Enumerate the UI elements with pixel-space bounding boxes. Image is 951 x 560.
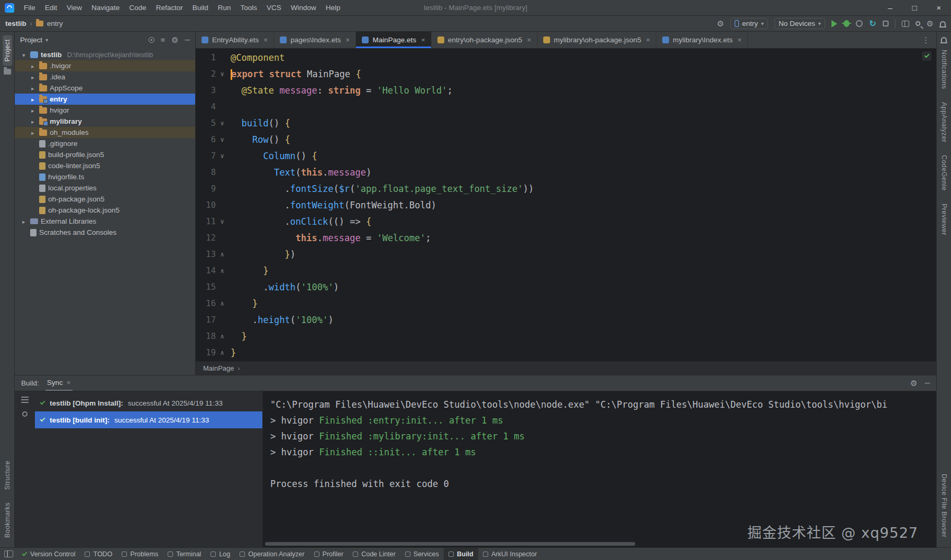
tree-item-hvigor[interactable]: ▸hvigor [15,105,195,116]
locate-file-icon[interactable] [149,37,154,43]
fold-marker-icon[interactable]: ∧ [216,296,228,312]
run-button[interactable] [831,20,837,27]
tree-item-scratches-and-consoles[interactable]: Scratches and Consoles [15,227,195,238]
fold-marker-icon[interactable]: ∧ [216,328,228,345]
filter-icon[interactable] [21,397,29,403]
tab-mylibrary-index-ets[interactable]: mylibrary\Index.ets× [656,32,748,48]
code-text[interactable]: @Component [231,50,285,66]
fold-marker-icon[interactable]: ∨ [216,115,228,132]
tree-item-mylibrary[interactable]: ▸mylibrary [15,116,195,127]
tab-entry-oh-package-json5[interactable]: entry\oh-package.json5× [432,32,537,48]
tree-item-testlib[interactable]: ▾testlibD:\hmsproject\kejianh\testlib [15,49,195,60]
sync-project-button[interactable]: ↻ [869,20,876,28]
fold-marker-icon[interactable]: ∧ [216,246,228,263]
menu-refactor[interactable]: Refactor [151,0,188,15]
chevron-right-icon[interactable]: ▸ [29,107,36,114]
inspection-status-widget[interactable] [922,51,931,61]
hide-panel-icon[interactable]: ─ [925,379,930,387]
debug-button[interactable] [844,20,849,27]
status-build[interactable]: Build [444,548,478,560]
breadcrumb-project[interactable]: testlib [5,20,26,27]
code-text[interactable]: @State message: string = 'Hello World'; [231,82,453,99]
code-text[interactable]: this.message = 'Welcome'; [231,230,431,246]
gear-icon[interactable]: ⚙ [717,20,724,27]
build-task[interactable]: testlib [build init]: successful At 2025… [35,411,262,428]
status-todo[interactable]: TODO [80,548,117,560]
pin-icon[interactable] [22,411,28,417]
hide-panel-icon[interactable]: ─ [185,36,190,44]
status-version-control[interactable]: Version Control [17,548,80,560]
notifications-bell-icon[interactable] [940,21,946,26]
status-code-linter[interactable]: Code Linter [348,548,400,560]
status-problems[interactable]: Problems [117,548,163,560]
close-tab-icon[interactable]: × [737,36,742,44]
code-text[interactable]: .height('100%') [231,312,334,328]
tool-tab-device-file-browser[interactable]: Device File Browser [939,470,949,542]
tool-tab-notifications[interactable]: Notifications [939,45,949,94]
tree-item-oh-package-lock-json5[interactable]: oh-package-lock.json5 [15,205,195,216]
close-tab-icon[interactable]: × [646,36,650,44]
menu-tools[interactable]: Tools [235,0,262,15]
stop-button[interactable] [883,21,889,26]
device-select[interactable]: No Devices ▾ [774,18,825,29]
code-text[interactable]: .fontSize($r('app.float.page_text_font_s… [231,181,534,197]
chevron-right-icon[interactable]: ▸ [29,130,36,136]
menu-window[interactable]: Window [286,0,321,15]
close-tab-icon[interactable]: × [346,36,350,44]
menu-edit[interactable]: Edit [40,0,62,15]
menu-file[interactable]: File [19,0,40,15]
tool-tab-project[interactable]: Project [3,35,12,66]
tab-pages-index-ets[interactable]: pages\Index.ets× [274,32,356,48]
panel-settings-gear-icon[interactable]: ⚙ [171,36,178,44]
code-text[interactable]: .onClick(() => { [231,214,371,230]
menu-vcs[interactable]: VCS [262,0,286,15]
code-text[interactable]: }) [231,246,296,263]
code-text[interactable]: } [231,296,258,312]
notifications-bell-icon[interactable] [941,37,947,42]
tab-mylibrary-oh-package-json5[interactable]: mylibrary\oh-package.json5× [537,32,656,48]
tool-window-widget-icon[interactable] [4,550,13,557]
minimize-button[interactable]: – [878,0,902,15]
fold-marker-icon[interactable]: ∧ [216,345,228,361]
tree-item-external-libraries[interactable]: ▸External Libraries [15,216,195,227]
tree-item-local-properties[interactable]: local.properties [15,182,195,194]
tool-tab-appanalyzer[interactable]: AppAnalyzer [939,98,949,146]
status-operation-analyzer[interactable]: Operation Analyzer [235,548,309,560]
tool-tab-codegenie[interactable]: CodeGenie [939,151,949,195]
menu-build[interactable]: Build [188,0,213,15]
tab-options-icon[interactable]: ⋮ [916,32,936,48]
chevron-down-icon[interactable]: ▾ [45,37,48,43]
fold-marker-icon[interactable]: ∧ [216,263,228,279]
breadcrumb-item[interactable]: MainPage [203,364,234,372]
fold-marker-icon[interactable]: ∨ [216,66,228,82]
tree-item-oh-modules[interactable]: ▸oh_modules [15,127,195,138]
code-editor[interactable]: 1@Component2∨export struct MainPage {3 @… [196,49,936,361]
code-text[interactable]: } [231,345,236,361]
status-profiler[interactable]: Profiler [309,548,349,560]
menu-code[interactable]: Code [124,0,151,15]
close-tab-icon[interactable]: × [421,36,425,44]
maximize-button[interactable]: □ [902,0,927,15]
tool-tab-structure[interactable]: Structure [3,456,12,494]
status-services[interactable]: Services [400,548,444,560]
menu-help[interactable]: Help [321,0,345,15]
close-tab-icon[interactable]: × [263,36,268,44]
code-text[interactable]: export struct MainPage { [231,66,361,82]
menu-navigate[interactable]: Navigate [87,0,124,15]
tree-item-code-linter-json5[interactable]: code-linter.json5 [15,160,195,171]
menu-run[interactable]: Run [213,0,236,15]
tool-tab-bookmarks[interactable]: Bookmarks [3,498,12,542]
build-console[interactable]: "C:\Program Files\Huawei\DevEco Studio\t… [262,391,936,547]
code-text[interactable]: .fontWeight(FontWeight.Bold) [231,197,436,214]
chevron-right-icon[interactable]: ▸ [29,74,36,80]
code-text[interactable]: } [231,263,269,279]
status-log[interactable]: Log [206,548,235,560]
code-text[interactable]: Row() { [231,132,290,148]
expand-icon[interactable]: ≡ [161,36,165,44]
code-text[interactable]: build() { [231,115,290,132]
horizontal-scrollbar[interactable] [265,542,635,546]
profiler-button[interactable] [856,20,863,27]
tree-item-hvigor[interactable]: ▸.hvigor [15,60,195,71]
tree-item-hvigorfile-ts[interactable]: hvigorfile.ts [15,171,195,182]
tree-item-build-profile-json5[interactable]: build-profile.json5 [15,149,195,160]
